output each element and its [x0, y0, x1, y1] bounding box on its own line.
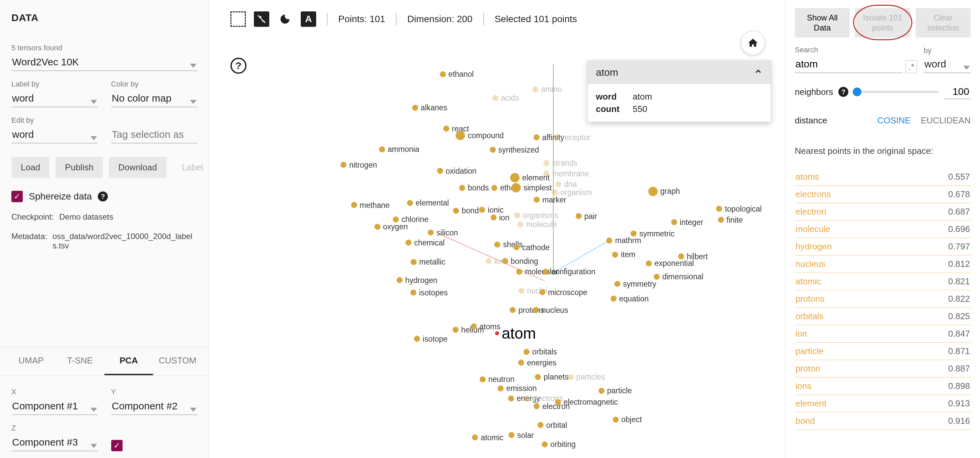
scatter-point[interactable]: oxidation [437, 166, 477, 176]
scatter-point[interactable]: graph [648, 187, 680, 196]
load-button[interactable]: Load [11, 157, 49, 178]
nearest-point-item[interactable]: element0.913 [795, 395, 970, 412]
scatter-point[interactable]: receptor [553, 133, 590, 142]
nearest-point-item[interactable]: hydrogen0.797 [795, 238, 970, 255]
scatter-point[interactable]: finite [718, 215, 743, 224]
scatter-point[interactable]: cathode [514, 243, 550, 252]
scatter-point[interactable]: acids [492, 94, 519, 102]
scatter-point[interactable]: ethanol [440, 70, 474, 79]
nearest-point-item[interactable]: proton0.887 [795, 360, 970, 378]
scatter-point[interactable]: strands [543, 159, 577, 168]
label-by-select[interactable]: word [11, 91, 98, 107]
scatter-point[interactable]: particles [568, 372, 605, 381]
scatter-point[interactable]: organisms [514, 211, 558, 220]
scatter-point[interactable]: hydrogen [396, 276, 438, 285]
neighbors-input[interactable] [944, 85, 970, 99]
pca-z-checkbox[interactable]: ✓ [111, 440, 123, 451]
pca-z-select[interactable]: Component #3 [11, 434, 98, 451]
nearest-point-item[interactable]: electrons0.678 [795, 186, 970, 203]
scatter-point[interactable]: neutron [480, 375, 514, 384]
scatter-point[interactable]: planets [535, 372, 568, 381]
scatter-point[interactable]: configuration [542, 267, 595, 276]
scatter-point[interactable]: amino [532, 85, 562, 94]
scatter-point[interactable]: atomic [472, 433, 504, 442]
scatter-point[interactable]: orbital [538, 420, 567, 429]
nearest-point-item[interactable]: bond0.916 [795, 412, 970, 430]
scatter-point[interactable]: exponential [646, 259, 694, 268]
download-button[interactable]: Download [109, 157, 167, 178]
sphereize-checkbox[interactable]: ✓ [11, 191, 23, 202]
scatter-point[interactable]: marker [533, 195, 566, 204]
scatter-point[interactable]: energies [518, 358, 556, 367]
distance-cosine[interactable]: COSINE [877, 115, 911, 126]
tab-umap[interactable]: UMAP [7, 347, 56, 375]
nearest-point-item[interactable]: nucleus0.812 [795, 255, 970, 273]
nearest-point-item[interactable]: molecule0.696 [795, 220, 970, 238]
scatter-point[interactable]: object [612, 415, 642, 424]
nearest-point-item[interactable]: ions0.898 [795, 378, 970, 395]
scatter-point[interactable]: bond [453, 206, 479, 215]
scatter-point[interactable]: bonds [459, 184, 489, 193]
scatter-point[interactable]: dna [555, 180, 577, 189]
tab-custom[interactable]: CUSTOM [153, 347, 202, 375]
scatter-point[interactable]: particle [598, 386, 632, 395]
nearest-point-item[interactable]: ion0.847 [795, 325, 970, 343]
help-icon[interactable]: ? [838, 87, 848, 97]
scatter-point[interactable]: bonding [502, 257, 538, 265]
pca-x-select[interactable]: Component #1 [11, 398, 98, 415]
edit-by-select[interactable]: word [11, 127, 98, 144]
scatter-point[interactable]: dimensional [654, 272, 703, 281]
scatter-point[interactable]: ion [490, 213, 509, 222]
scatter-point[interactable]: nucleus [533, 305, 568, 314]
scatter-point[interactable]: microscope [539, 288, 587, 297]
tab-pca[interactable]: PCA [105, 347, 153, 375]
scatter-point[interactable]: solar [508, 431, 534, 440]
focus-point[interactable]: atom [495, 324, 536, 342]
visualization-canvas[interactable]: A Points: 101 Dimension: 200 Selected 10… [209, 0, 785, 458]
scatter-point[interactable]: alkanes [412, 103, 447, 112]
pca-y-select[interactable]: Component #2 [111, 398, 197, 415]
scatter-point[interactable]: equation [610, 294, 648, 303]
tab-tsne[interactable]: T-SNE [56, 347, 105, 375]
neighbors-slider[interactable] [854, 91, 939, 93]
help-icon[interactable]: ? [98, 191, 108, 201]
search-by-select[interactable]: word [924, 56, 970, 73]
scatter-point[interactable]: chemical [406, 238, 445, 247]
scatter-point[interactable]: ammonia [379, 145, 419, 154]
scatter-point[interactable]: symmetry [614, 279, 657, 288]
publish-button[interactable]: Publish [56, 157, 103, 178]
scatter-point[interactable]: metallic [410, 257, 445, 267]
regex-toggle[interactable]: .* [906, 61, 917, 73]
tensor-select[interactable]: Word2Vec 10K [11, 54, 197, 71]
nearest-point-item[interactable]: particle0.871 [795, 343, 970, 360]
scatter-point[interactable]: methane [351, 201, 390, 209]
scatter-point[interactable]: elemental [407, 198, 449, 207]
nearest-point-item[interactable]: atoms0.557 [795, 168, 970, 186]
scatter-point[interactable]: item [612, 250, 635, 259]
scatter-point[interactable]: oxygen [374, 222, 407, 231]
scatter-point[interactable]: compound [456, 131, 504, 140]
scatter-point[interactable]: topological [716, 204, 762, 213]
scatter-point[interactable]: orbiting [542, 440, 575, 449]
search-input[interactable] [795, 56, 903, 73]
scatter-point[interactable]: silicon [428, 228, 458, 237]
scatter-point[interactable]: mathrm [606, 236, 641, 245]
scatter-point[interactable]: orbitals [523, 347, 557, 356]
show-all-button[interactable]: Show All Data [795, 8, 850, 38]
nearest-point-item[interactable]: atomic0.821 [795, 273, 970, 290]
scatter-point[interactable]: membrane [543, 169, 589, 178]
scatter-point[interactable]: simplest [511, 183, 552, 193]
color-by-select[interactable]: No color map [111, 91, 197, 107]
scatter-point[interactable]: molecule [517, 220, 557, 229]
distance-euclidean[interactable]: EUCLIDEAN [921, 115, 970, 126]
nearest-point-item[interactable]: orbitals0.825 [795, 308, 970, 325]
scatter-point[interactable]: nitrogen [340, 160, 377, 169]
scatter-point[interactable]: pair [575, 212, 597, 220]
selection-panel-header[interactable]: atom [588, 61, 771, 84]
nearest-point-item[interactable]: protons0.822 [795, 290, 970, 308]
scatter-point[interactable]: integer [671, 218, 703, 227]
scatter-point[interactable]: emission [498, 384, 537, 393]
scatter-point[interactable]: electromagnetic [555, 397, 617, 407]
scatter-point[interactable]: isotope [414, 334, 447, 343]
scatter-point[interactable]: isotopes [410, 288, 448, 297]
